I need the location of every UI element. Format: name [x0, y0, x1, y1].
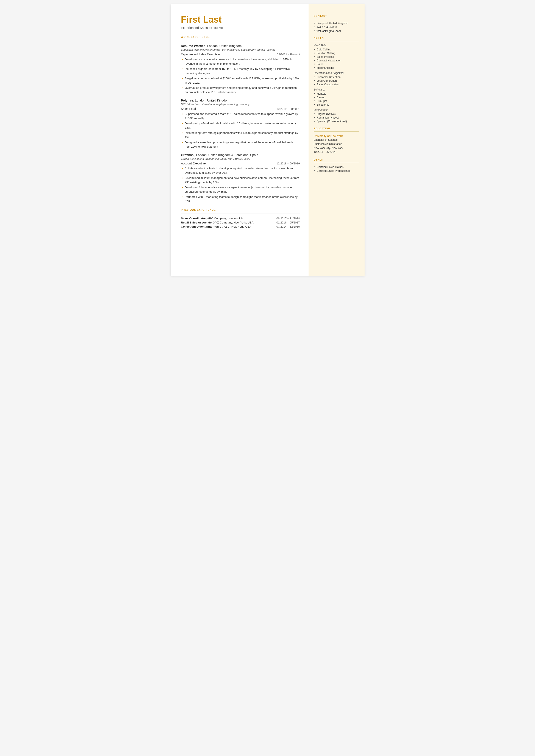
other-heading: OTHER — [314, 158, 359, 161]
list-item: Collaborated with clients to develop int… — [181, 166, 300, 175]
list-item: Partnered with 8 marketing teams to desi… — [181, 195, 300, 203]
previous-experience-row: Retail Sales Associate, XYZ Company, New… — [181, 221, 300, 224]
skill-item: Customer Retention — [314, 76, 359, 79]
job-dates: 10/2019 – 08/2021 — [276, 107, 300, 111]
company-description: Education technology startup with 50+ em… — [181, 48, 300, 51]
company-location: London, United Kingdom & Barcelona, Spai… — [195, 153, 258, 157]
education-divider — [314, 131, 359, 132]
job-dates: 09/2021 – Present — [277, 53, 300, 56]
sidebar: CONTACT Liverpool, United Kingdom+44 123… — [309, 4, 365, 276]
list-item: Designed a sales lead prospecting campai… — [181, 140, 300, 149]
education-heading: EDUCATION — [314, 127, 359, 130]
list-item: Streamlined account management and new b… — [181, 176, 300, 184]
company-description: Career training and membership SaaS with… — [181, 157, 300, 160]
list-item: Bargained contracts valued at $200K annu… — [181, 76, 300, 85]
skill-item: HubSpot — [314, 99, 359, 102]
list-item: Increased organic leads from 150 to 1240… — [181, 67, 300, 75]
previous-experience-role: Retail Sales Associate, XYZ Company, New… — [181, 221, 254, 224]
role-bold: Retail Sales Associate, — [181, 221, 213, 224]
role-bold: Sales Coordinator, — [181, 217, 207, 220]
company-name: Resume Worded, — [181, 44, 207, 48]
role-rest: ABC, New York, USA — [223, 225, 251, 228]
role-bold: Collections Agent (Internship), — [181, 225, 223, 228]
bullet-list: Collaborated with clients to develop int… — [181, 166, 300, 203]
company-name: Polyhire, — [181, 99, 194, 102]
education-detail: Bachelor of ScienceBusiness Administrati… — [314, 138, 359, 154]
list-item: Supervised and mentored a team of 12 sal… — [181, 112, 300, 120]
job-header: Sales Lead10/2019 – 08/2021 — [181, 107, 300, 111]
candidate-name: First Last — [181, 14, 300, 25]
contact-item: first.last@gmail.com — [314, 30, 359, 33]
skills-category-label: Languages: — [314, 108, 359, 111]
company-name: Growthsi, — [181, 153, 195, 157]
job-dates: 12/2018 – 09/2019 — [276, 162, 300, 165]
previous-experience-heading: PREVIOUS EXPERIENCE — [181, 209, 300, 211]
company-name-line: Growthsi, London, United Kingdom & Barce… — [181, 153, 300, 157]
company-name-line: Resume Worded, London, United Kingdom — [181, 44, 300, 48]
skill-item: Marketo — [314, 92, 359, 95]
skills-divider — [314, 41, 359, 42]
education-institution: University of New York — [314, 134, 359, 137]
list-item: Initiated long-term strategic partnershi… — [181, 131, 300, 139]
list-item: Developed 11+ innovative sales strategie… — [181, 185, 300, 194]
skill-item: Romanian (Native) — [314, 116, 359, 119]
skill-item: Canva — [314, 96, 359, 99]
bullet-list: Developed a social media presence to inc… — [181, 57, 300, 94]
resume-container: First Last Experienced Sales Executive W… — [171, 4, 365, 276]
work-experience-heading: WORK EXPERIENCE — [181, 36, 300, 39]
other-divider — [314, 163, 359, 163]
other-item: Certified Sales Professional. — [314, 169, 359, 172]
skill-item: Sales — [314, 63, 359, 66]
employers-list: Resume Worded, London, United KingdomEdu… — [181, 44, 300, 203]
job-role: Account Executive — [181, 162, 206, 165]
job-header: Experienced Sales Executive09/2021 – Pre… — [181, 53, 300, 56]
contact-item: Liverpool, United Kingdom — [314, 22, 359, 25]
role-rest: XYZ Company, New York, USA — [212, 221, 253, 224]
skill-item: Salesforce — [314, 103, 359, 106]
list-item: Developed professional relationships wit… — [181, 121, 300, 130]
skills-list: Hard Skills:Cold CallingSolution Selling… — [314, 44, 359, 123]
employer-block: Growthsi, London, United Kingdom & Barce… — [181, 153, 300, 203]
contact-heading: CONTACT — [314, 14, 359, 17]
skill-item: Spanish (Conversational) — [314, 120, 359, 123]
education-list: University of New YorkBachelor of Scienc… — [314, 134, 359, 154]
role-rest: ABC Company, London, UK — [207, 217, 243, 220]
skills-heading: SKILLS — [314, 37, 359, 40]
skill-item: Merchandising — [314, 66, 359, 70]
contact-list: Liverpool, United Kingdom+44 1234567890f… — [314, 22, 359, 33]
previous-experience-divider — [181, 213, 300, 214]
previous-experience-row: Sales Coordinator, ABC Company, London, … — [181, 217, 300, 220]
employer-block: Polyhire, London, United KingdomNYSE-lis… — [181, 98, 300, 149]
job-role: Experienced Sales Executive — [181, 53, 220, 56]
previous-experience-dates: 07/2014 – 12/2015 — [276, 225, 300, 228]
main-column: First Last Experienced Sales Executive W… — [171, 4, 309, 276]
employer-block: Resume Worded, London, United KingdomEdu… — [181, 44, 300, 94]
skills-category-label: Operations and Logistics: — [314, 71, 359, 74]
previous-experience-role: Sales Coordinator, ABC Company, London, … — [181, 217, 243, 220]
previous-experience-role: Collections Agent (Internship), ABC, New… — [181, 225, 251, 228]
skill-item: Sales Process — [314, 55, 359, 58]
contact-item: +44 1234567890 — [314, 26, 359, 29]
job-header: Account Executive12/2018 – 09/2019 — [181, 162, 300, 165]
previous-experience-row: Collections Agent (Internship), ABC, New… — [181, 225, 300, 228]
previous-experience-dates: 01/2016 – 05/2017 — [276, 221, 300, 224]
other-item: Certified Sales Trainer. — [314, 165, 359, 169]
list-item: Developed a social media presence to inc… — [181, 57, 300, 66]
list-item: Overhauled product development and prici… — [181, 86, 300, 94]
company-description: NYSE-listed recruitment and employer bra… — [181, 103, 300, 106]
job-role: Sales Lead — [181, 107, 196, 111]
skill-item: English (Native) — [314, 113, 359, 116]
skill-item: Contract Negotiation — [314, 59, 359, 62]
company-location: London, United Kingdom — [207, 44, 242, 48]
skills-category-label: Software: — [314, 88, 359, 91]
bullet-list: Supervised and mentored a team of 12 sal… — [181, 112, 300, 149]
previous-experience-list: Sales Coordinator, ABC Company, London, … — [181, 217, 300, 228]
previous-experience-table: Sales Coordinator, ABC Company, London, … — [181, 217, 300, 228]
skill-item: Lead Generation — [314, 79, 359, 82]
skill-item: Sales Coordination — [314, 83, 359, 86]
company-location: London, United Kingdom — [194, 99, 230, 102]
skills-category-label: Hard Skills: — [314, 44, 359, 47]
company-name-line: Polyhire, London, United Kingdom — [181, 98, 300, 102]
previous-experience-dates: 06/2017 – 11/2018 — [276, 217, 300, 220]
skill-item: Cold Calling — [314, 48, 359, 51]
